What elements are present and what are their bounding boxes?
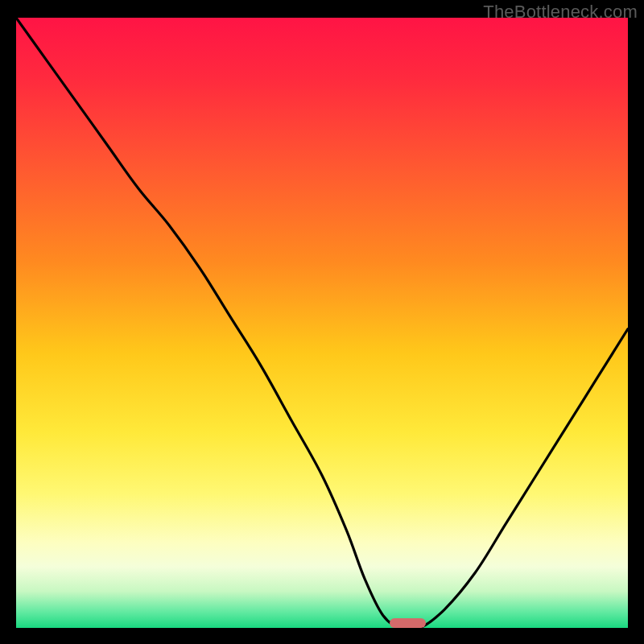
chart-frame: TheBottleneck.com xyxy=(0,0,644,644)
optimal-marker xyxy=(390,618,427,628)
bottleneck-curve xyxy=(16,18,628,628)
plot-area xyxy=(16,18,628,628)
watermark-text: TheBottleneck.com xyxy=(483,2,638,23)
